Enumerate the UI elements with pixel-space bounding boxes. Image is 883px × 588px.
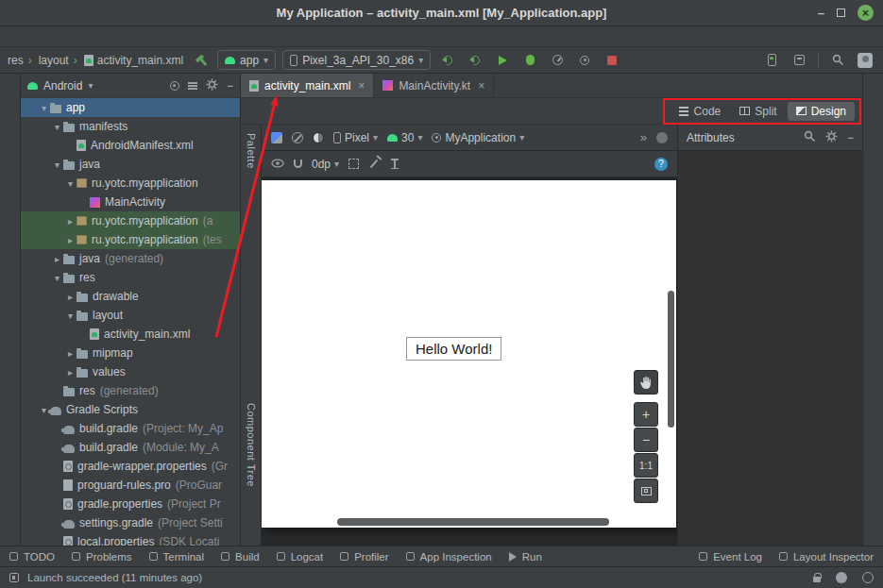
tool-window-button[interactable]: TODO [9,551,55,563]
tree-row[interactable]: ▾ manifests [21,117,240,136]
expand-chevron-icon[interactable]: ▾ [51,122,63,132]
tool-window-button[interactable]: Problems [72,551,132,563]
horizontal-scrollbar[interactable] [337,518,609,526]
zoom-in-button[interactable]: + [634,402,658,427]
breadcrumb-item[interactable]: › layout [25,54,69,67]
tree-row[interactable]: settings.gradle (Project Setti [21,513,240,532]
build-hammer-icon[interactable] [190,50,211,71]
expand-chevron-icon[interactable]: ▾ [51,273,63,283]
design-surface-icon[interactable] [271,132,282,143]
tree-row[interactable]: ▾ ru.yotc.myapplication [21,174,240,193]
mode-button[interactable]: Design [788,102,855,121]
expand-chevron-icon[interactable]: ▾ [64,311,76,321]
stop-icon[interactable] [602,50,622,71]
hide-panel-icon[interactable]: − [847,131,854,144]
tree-row[interactable]: AndroidManifest.xml [21,136,240,155]
tree-row[interactable]: local.properties (SDK Locati [21,532,240,546]
editor-tab[interactable]: MainActivity.kt × [374,74,494,97]
align-icon[interactable] [394,159,396,169]
minimize-button[interactable]: – [818,7,824,19]
view-options-eye-icon[interactable] [271,158,284,171]
overflow-menu-icon[interactable]: » [640,130,647,144]
menu-item[interactable] [57,35,70,39]
expand-chevron-icon[interactable]: ▾ [51,160,63,170]
tool-window-button[interactable]: Terminal [149,551,204,563]
expand-chevron-icon[interactable]: ▸ [64,292,76,302]
breadcrumb-item[interactable]: › activity_main.xml [71,54,183,67]
debug-icon[interactable] [519,50,540,71]
menu-item[interactable] [30,35,43,39]
tree-row[interactable]: MainActivity [21,193,240,211]
expand-chevron-icon[interactable]: ▾ [38,103,50,113]
tree-row[interactable]: ▸ mipmap [21,344,240,362]
tree-row[interactable]: gradle-wrapper.properties (Gr [21,457,240,476]
breadcrumb-item[interactable]: › res [8,54,24,67]
expand-chevron-icon[interactable]: ▸ [64,348,76,359]
tree-row[interactable]: res (generated) [21,381,240,400]
device-menu[interactable]: Pixel ▾ [333,131,378,144]
profiler-icon[interactable] [547,50,568,71]
attach-debugger-icon[interactable] [574,50,595,71]
tool-window-button[interactable]: Run [509,551,542,563]
infer-constraints-wand-icon[interactable] [370,160,379,169]
theme-menu[interactable]: MyApplication ▾ [432,131,524,144]
component-tree-panel-button[interactable]: Component Tree [246,403,257,487]
expand-chevron-icon[interactable]: ▸ [51,254,63,264]
menu-item[interactable] [70,35,83,39]
tree-row[interactable]: activity_main.xml [21,325,240,344]
device-select[interactable]: Pixel_3a_API_30_x86 ▾ [282,50,431,70]
search-icon[interactable] [804,130,816,145]
zoom-out-button[interactable]: − [634,428,658,452]
menu-item[interactable] [162,35,176,39]
settings-gear-icon[interactable] [825,130,838,145]
help-icon[interactable]: ? [654,158,668,171]
editor-tab[interactable]: activity_main.xml × [241,74,374,97]
hello-world-textview[interactable]: Hello World! [406,337,501,361]
tree-row[interactable]: ▸ ru.yotc.myapplication (a [21,211,240,230]
menu-item[interactable] [83,35,96,39]
sort-icon[interactable] [188,85,197,87]
menu-item[interactable] [96,35,110,39]
zoom-to-fit-button[interactable] [634,479,658,503]
tree-row[interactable]: ▾ Gradle Scripts [21,400,240,419]
settings-gear-icon[interactable] [206,78,218,93]
close-tab-icon[interactable]: × [358,79,365,92]
maximize-button[interactable] [837,8,845,17]
menu-item[interactable] [17,35,30,39]
palette-panel-button[interactable]: Palette [246,133,257,169]
tree-row[interactable]: ▾ layout [21,306,240,325]
tree-row[interactable]: ▸ java (generated) [21,249,240,268]
run-configuration-select[interactable]: app ▾ [217,50,276,70]
expand-chevron-icon[interactable]: ▾ [64,178,76,189]
tree-row[interactable]: ▾ app [21,98,240,117]
night-mode-icon[interactable] [313,132,324,143]
design-canvas[interactable]: Hello World! + − 1:1 [262,177,677,546]
orientation-icon[interactable] [292,132,303,143]
menu-item[interactable] [123,35,136,39]
tree-row[interactable]: ▾ res [21,268,240,287]
tree-row[interactable]: ▾ java [21,155,240,174]
read-only-lock-icon[interactable] [813,577,821,582]
menu-item[interactable] [149,35,162,39]
close-tab-icon[interactable]: × [478,79,484,92]
tool-window-button[interactable]: Layout Inspector [779,551,874,563]
tree-row[interactable]: ▸ drawable [21,287,240,306]
tool-window-button[interactable]: Profiler [340,551,388,563]
tree-row[interactable]: proguard-rules.pro (ProGuar [21,476,240,495]
expand-chevron-icon[interactable]: ▸ [64,367,76,378]
zoom-ratio-button[interactable]: 1:1 [634,453,658,478]
default-margin-select[interactable]: 0dp ▾ [312,158,339,171]
notification-icon[interactable] [836,572,847,583]
tool-window-button[interactable]: Event Log [699,551,762,563]
feedback-icon[interactable] [862,572,874,583]
tool-window-switcher-icon[interactable] [9,573,19,582]
guidelines-icon[interactable] [348,159,359,169]
avd-manager-icon[interactable] [761,50,782,71]
apply-code-changes-icon[interactable] [465,50,485,71]
tree-row[interactable]: gradle.properties (Project Pr [21,495,240,513]
tool-window-button[interactable]: Logcat [277,551,324,563]
apply-changes-icon[interactable] [437,50,458,71]
sdk-manager-icon[interactable] [789,50,809,71]
hide-panel-icon[interactable]: − [227,79,233,92]
expand-chevron-icon[interactable]: ▸ [64,216,76,227]
